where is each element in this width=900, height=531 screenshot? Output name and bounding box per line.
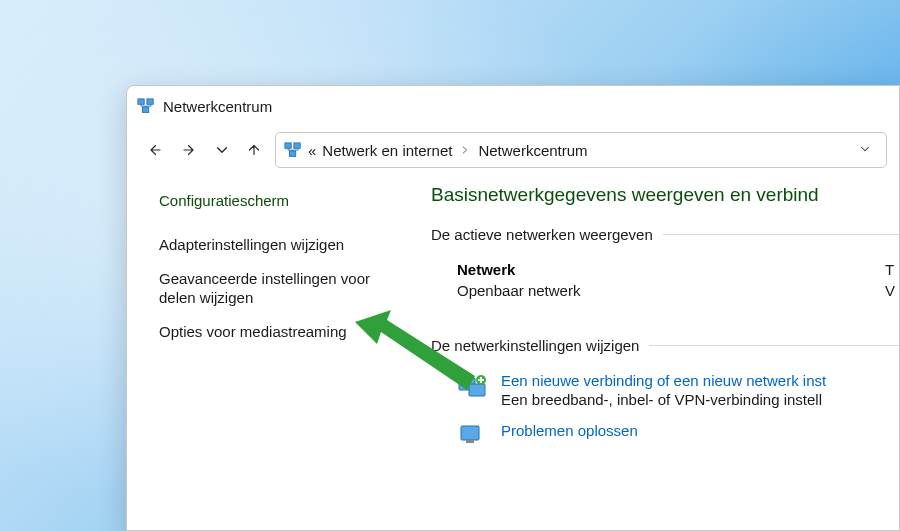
sidebar-link-adapter[interactable]: Adapterinstellingen wijzigen bbox=[159, 235, 389, 255]
svg-rect-5 bbox=[289, 151, 295, 156]
toolbar: « Netwerk en internet Netwerkcentrum bbox=[127, 126, 899, 174]
window-title: Netwerkcentrum bbox=[163, 98, 272, 115]
divider bbox=[663, 234, 899, 235]
svg-rect-10 bbox=[466, 440, 474, 443]
main-heading: Basisnetwerkgegevens weergeven en verbin… bbox=[431, 184, 899, 206]
svg-rect-3 bbox=[285, 143, 291, 148]
network-block: Netwerk Openbaar netwerk T V bbox=[431, 261, 899, 303]
breadcrumb-item-2[interactable]: Netwerkcentrum bbox=[478, 142, 587, 159]
divider bbox=[649, 345, 899, 346]
network-type: Openbaar netwerk bbox=[457, 282, 580, 299]
sidebar-link-advanced-sharing[interactable]: Geavanceerde instellingen voor delen wij… bbox=[159, 269, 389, 308]
up-button[interactable] bbox=[239, 135, 269, 165]
network-center-icon bbox=[137, 98, 155, 114]
breadcrumb[interactable]: « Netwerk en internet Netwerkcentrum bbox=[275, 132, 887, 168]
active-networks-label: De actieve netwerken weergeven bbox=[431, 226, 899, 243]
task-new-connection[interactable]: Een nieuwe verbinding of een nieuw netwe… bbox=[431, 372, 899, 408]
active-networks-text: De actieve netwerken weergeven bbox=[431, 226, 653, 243]
network-center-window: Netwerkcentrum « Netwerk en int bbox=[126, 85, 900, 531]
titlebar[interactable]: Netwerkcentrum bbox=[127, 86, 899, 126]
sidebar: Configuratiescherm Adapterinstellingen w… bbox=[127, 174, 411, 530]
back-button[interactable] bbox=[139, 135, 169, 165]
breadcrumb-item-1[interactable]: Netwerk en internet bbox=[322, 142, 452, 159]
breadcrumb-icon bbox=[284, 142, 302, 158]
change-settings-label: De netwerkinstellingen wijzigen bbox=[431, 337, 899, 354]
chevron-right-icon bbox=[458, 143, 472, 158]
breadcrumb-dropdown[interactable] bbox=[858, 142, 878, 159]
task-troubleshoot[interactable]: Problemen oplossen bbox=[431, 422, 899, 450]
task-link[interactable]: Een nieuwe verbinding of een nieuw netwe… bbox=[501, 372, 826, 389]
network-name: Netwerk bbox=[457, 261, 580, 278]
svg-rect-2 bbox=[142, 107, 148, 112]
troubleshoot-icon bbox=[457, 422, 489, 450]
new-connection-icon bbox=[457, 372, 489, 400]
svg-rect-4 bbox=[294, 143, 300, 148]
forward-button[interactable] bbox=[175, 135, 205, 165]
recent-dropdown[interactable] bbox=[211, 135, 233, 165]
svg-rect-7 bbox=[469, 384, 485, 396]
svg-rect-9 bbox=[461, 426, 479, 440]
main-panel: Basisnetwerkgegevens weergeven en verbin… bbox=[411, 174, 899, 530]
network-detail-2: V bbox=[885, 282, 895, 299]
task-desc: Een breedband-, inbel- of VPN-verbinding… bbox=[501, 391, 826, 408]
svg-rect-1 bbox=[147, 99, 153, 104]
breadcrumb-prefix: « bbox=[308, 142, 316, 159]
sidebar-link-media-streaming[interactable]: Opties voor mediastreaming bbox=[159, 322, 389, 342]
svg-rect-0 bbox=[138, 99, 144, 104]
sidebar-heading[interactable]: Configuratiescherm bbox=[159, 192, 411, 209]
change-settings-text: De netwerkinstellingen wijzigen bbox=[431, 337, 639, 354]
task-link[interactable]: Problemen oplossen bbox=[501, 422, 638, 439]
network-detail-1: T bbox=[885, 261, 895, 278]
